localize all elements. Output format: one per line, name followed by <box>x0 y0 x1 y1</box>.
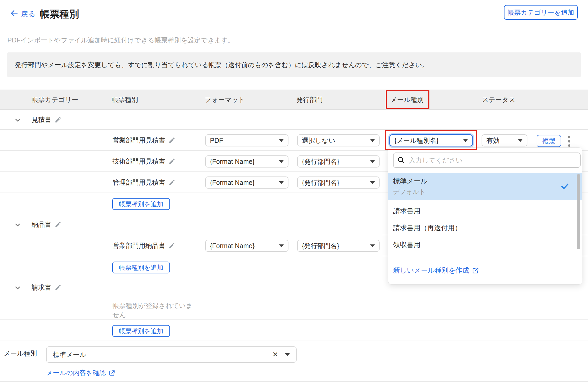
check-mail-content-link[interactable]: メールの内容を確認 <box>46 369 115 377</box>
chevron-down-icon[interactable] <box>285 353 290 356</box>
format-select[interactable]: PDF <box>205 134 288 146</box>
scrollbar-thumb[interactable] <box>577 174 580 249</box>
mail-type-combobox[interactable]: 標準メール ✕ <box>46 346 297 363</box>
warning-box: 発行部門やメール設定を変更しても、すでに割り当てられている帳票（送付前のものを含… <box>7 52 581 77</box>
chevron-down-icon <box>518 139 523 142</box>
group-name: 見積書 <box>32 110 62 129</box>
add-category-button[interactable]: 帳票カテゴリーを追加 <box>504 5 578 20</box>
chevron-down-icon <box>370 139 375 142</box>
chevron-down-icon <box>370 160 375 163</box>
mail-type-dropdown-panel: 入力してください 標準メール デフォルト 請求書用 請求書用（再送付用） 領収書… <box>388 148 582 284</box>
report-type-name: 技術部門用見積書 <box>112 151 175 171</box>
duplicate-button[interactable]: 複製 <box>537 135 561 147</box>
chevron-down-icon <box>463 139 468 142</box>
check-icon <box>560 182 569 191</box>
page-description: PDFインポートやファイル追加時に紐付けできる帳票種別を設定できます。 <box>7 36 234 45</box>
edit-pencil-icon[interactable] <box>168 242 175 249</box>
edit-pencil-icon[interactable] <box>55 221 62 228</box>
clear-icon[interactable]: ✕ <box>272 350 278 359</box>
chevron-down-icon <box>279 139 284 142</box>
option-label: 標準メール <box>393 176 428 186</box>
search-placeholder: 入力してください <box>409 156 463 165</box>
dropdown-option-selected[interactable]: 標準メール デフォルト <box>388 173 582 200</box>
external-link-icon <box>472 267 479 274</box>
chevron-down-icon <box>279 244 284 247</box>
mail-type-value: 標準メール <box>53 350 272 359</box>
format-select[interactable]: {Format Name} <box>205 155 288 168</box>
column-header-report-type: 帳票種別 <box>112 90 138 110</box>
edit-pencil-icon[interactable] <box>168 179 175 186</box>
status-select[interactable]: 有効 <box>482 134 527 146</box>
kebab-menu-icon[interactable] <box>567 135 571 148</box>
page-title: 帳票種別 <box>40 8 79 21</box>
dropdown-option[interactable]: 請求書用（再送付用） <box>388 219 582 236</box>
column-header-status: ステータス <box>482 90 515 110</box>
column-header-mail-type: メール種別 <box>390 90 424 110</box>
chevron-down-icon <box>279 181 284 184</box>
dropdown-option[interactable]: 請求書用 <box>388 203 582 219</box>
column-header-format: フォーマット <box>205 90 245 110</box>
add-report-type-button[interactable]: 帳票種別を追加 <box>112 198 170 210</box>
chevron-down-icon[interactable] <box>14 116 22 124</box>
format-select[interactable]: {Format Name} <box>205 240 288 252</box>
report-type-name: 管理部門用見積書 <box>112 172 175 193</box>
edit-pencil-icon[interactable] <box>168 158 175 165</box>
chevron-down-icon <box>370 181 375 184</box>
back-arrow-icon[interactable] <box>10 9 18 17</box>
column-header-category: 帳票カテゴリー <box>32 90 78 110</box>
format-select[interactable]: {Format Name} <box>205 176 288 189</box>
edit-pencil-icon[interactable] <box>168 137 175 144</box>
report-type-name: 営業部門用見積書 <box>112 130 175 150</box>
department-select[interactable]: 選択しない <box>297 134 380 146</box>
mail-type-section: メール種別 標準メール ✕ メールの内容を確認 <box>0 341 588 382</box>
chevron-down-icon <box>370 244 375 247</box>
edit-pencil-icon[interactable] <box>55 284 62 291</box>
add-report-type-row: 帳票種別を追加 <box>0 320 588 341</box>
back-link[interactable]: 戻る <box>21 9 36 19</box>
chevron-down-icon <box>279 160 284 163</box>
mail-type-label: メール種別 <box>4 349 37 358</box>
mail-type-select[interactable]: {メール種別名} <box>389 134 473 146</box>
group-row-mitsumorisho: 見積書 <box>0 110 588 130</box>
top-bar: 戻る 帳票種別 帳票カテゴリーを追加 <box>0 0 588 23</box>
search-icon <box>397 156 405 164</box>
add-report-type-button[interactable]: 帳票種別を追加 <box>112 262 170 273</box>
edit-pencil-icon[interactable] <box>55 116 62 123</box>
report-type-settings-page: 戻る 帳票種別 帳票カテゴリーを追加 PDFインポートやファイル追加時に紐付けで… <box>0 0 588 388</box>
option-sublabel: デフォルト <box>393 188 425 196</box>
department-select[interactable]: {発行部門名} <box>297 240 380 252</box>
group-name: 納品書 <box>32 214 62 235</box>
dropdown-option[interactable]: 領収書用 <box>388 236 582 253</box>
report-type-name: 営業部門用納品書 <box>112 235 175 256</box>
external-link-icon <box>109 370 115 376</box>
chevron-down-icon[interactable] <box>14 221 22 229</box>
dropdown-search-box[interactable]: 入力してください <box>393 153 581 168</box>
group-name: 請求書 <box>32 277 62 298</box>
empty-state-row: 帳票種別が登録されていま せん <box>0 298 588 320</box>
chevron-down-icon[interactable] <box>14 284 22 292</box>
department-select[interactable]: {発行部門名} <box>297 176 380 189</box>
table-header: 帳票カテゴリー 帳票種別 フォーマット 発行部門 メール種別 ステータス <box>0 90 588 110</box>
column-header-department: 発行部門 <box>296 90 323 110</box>
department-select[interactable]: {発行部門名} <box>297 155 380 168</box>
add-report-type-button[interactable]: 帳票種別を追加 <box>112 325 170 337</box>
empty-state-text: 帳票種別が登録されていま せん <box>112 301 193 320</box>
warning-text: 発行部門やメール設定を変更しても、すでに割り当てられている帳票（送付前のものを含… <box>15 61 429 69</box>
create-mail-type-link[interactable]: 新しいメール種別を作成 <box>393 266 479 275</box>
